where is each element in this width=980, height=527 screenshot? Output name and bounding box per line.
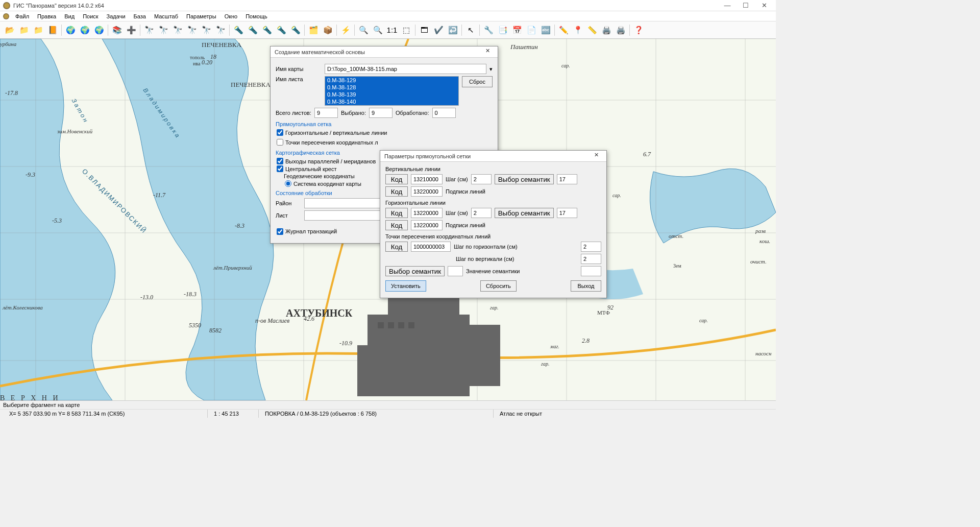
zoom-out-icon[interactable]: 🔍 [357,23,370,37]
input-isemval[interactable] [581,266,601,276]
input-mappath[interactable] [325,64,486,74]
lbl-stepH: Шаг по горизонтали (см) [454,244,578,250]
svg-text:-5.3: -5.3 [52,217,62,224]
cb-journal[interactable] [277,228,283,235]
menu-params[interactable]: Параметры [182,12,220,20]
input-processed[interactable] [432,108,456,118]
code-button-i[interactable]: Код [385,242,408,252]
ruler-icon[interactable]: 📏 [585,23,599,37]
reset2-button[interactable]: Сбросить [480,280,517,292]
cb-parallels[interactable] [277,158,283,164]
menu-tasks[interactable]: Задачи [103,12,130,20]
light5-icon[interactable]: 🔦 [289,23,302,37]
light1-icon[interactable]: 🔦 [232,23,245,37]
menu-scale[interactable]: Масштаб [150,12,182,20]
minimize-button[interactable]: ― [719,1,736,10]
input-vcode1[interactable] [411,174,443,184]
menu-window[interactable]: Окно [220,12,242,20]
binoc5-icon[interactable]: 🔭 [200,23,213,37]
check-icon[interactable]: ✔️ [432,23,445,37]
dialog1-close-icon[interactable]: ✕ [481,47,494,57]
binoc3-icon[interactable]: 🔭 [171,23,184,37]
input-isemnum[interactable] [448,266,463,276]
cb-intersect[interactable] [277,139,283,146]
text-icon[interactable]: 🔤 [539,23,552,37]
pin-icon[interactable]: 📍 [571,23,584,37]
lbl-step-h: Шаг (см) [446,210,468,216]
select-rect-icon[interactable]: ⬚ [400,23,413,37]
window-green-icon[interactable]: 🗔 [418,23,431,37]
layers2-icon[interactable]: 🗂️ [307,23,320,37]
zoom-in-icon[interactable]: 🔍 [371,23,384,37]
one-to-one-icon[interactable]: 1:1 [385,23,399,37]
code-button-h1[interactable]: Код [385,208,408,218]
pen-icon[interactable]: ✏️ [557,23,570,37]
menu-view[interactable]: Вид [60,12,79,20]
svg-rect-22 [408,322,414,328]
pointer-icon[interactable]: ↖ [464,23,477,37]
binoc2-icon[interactable]: 🔭 [157,23,170,37]
input-vsem[interactable] [557,174,577,184]
input-selected[interactable] [369,108,393,118]
binoc4-icon[interactable]: 🔭 [185,23,199,37]
menu-search[interactable]: Поиск [79,12,102,20]
radio-sys[interactable] [285,180,291,187]
help-icon[interactable]: ❓ [632,23,645,37]
tool1-icon[interactable]: 🔧 [482,23,495,37]
input-istepV[interactable] [581,254,601,264]
light3-icon[interactable]: 🔦 [260,23,274,37]
cb-cross[interactable] [277,165,283,172]
doc-icon[interactable]: 📄 [525,23,538,37]
input-icode[interactable] [411,242,451,252]
input-vcode2[interactable] [411,186,443,197]
print2-icon[interactable]: 🖨️ [614,23,627,37]
open-icon[interactable]: 📂 [3,23,16,37]
svg-text:МТФ: МТФ [597,309,610,316]
open3-icon[interactable]: 📁 [32,23,45,37]
binoc6-icon[interactable]: 🔭 [214,23,227,37]
globe-refresh-icon[interactable]: 🌍 [64,23,77,37]
globe-del-icon[interactable]: 🌍 [92,23,106,37]
reset-button[interactable]: Сброс [462,76,493,87]
sheets-list[interactable]: 0.M-38-129 0.M-38-128 0.M-38-139 0.M-38-… [325,76,459,106]
input-hsem[interactable] [557,208,577,218]
input-total[interactable] [314,108,338,118]
undo-icon[interactable]: ↩️ [446,23,459,37]
dropdown-icon[interactable]: ▾ [489,66,493,73]
input-hcode1[interactable] [411,208,443,218]
globe-add-icon[interactable]: 🌍 [78,23,91,37]
set-button[interactable]: Установить [385,280,426,292]
cb-hv[interactable] [277,129,283,136]
bolt-icon[interactable]: ⚡ [339,23,352,37]
close-button[interactable]: ✕ [755,1,773,10]
layer-add-icon[interactable]: ➕ [125,23,138,37]
exit-button[interactable]: Выход [571,280,601,292]
open2-icon[interactable]: 📁 [17,23,31,37]
calendar-icon[interactable]: 📅 [510,23,524,37]
maximize-button[interactable]: ☐ [737,1,754,10]
choose-sem-v-button[interactable]: Выбор семантик [495,174,554,184]
svg-text:гар.: гар. [490,305,498,310]
dialog2-close-icon[interactable]: ✕ [590,152,602,161]
dbm-icon[interactable]: 📙 [46,23,59,37]
menu-file[interactable]: Файл [11,12,33,20]
code-button-v1[interactable]: Код [385,174,408,184]
choose-sem-h-button[interactable]: Выбор семантик [495,208,554,218]
input-hcode2[interactable] [411,220,443,230]
input-hstep[interactable] [471,208,492,218]
code-button-h2[interactable]: Код [385,220,408,230]
menu-base[interactable]: База [130,12,150,20]
menu-edit[interactable]: Правка [33,12,60,20]
menu-help[interactable]: Помощь [241,12,272,20]
light4-icon[interactable]: 🔦 [275,23,288,37]
layers-icon[interactable]: 📚 [110,23,124,37]
input-vstep[interactable] [471,174,492,184]
binoc1-icon[interactable]: 🔭 [142,23,156,37]
input-istepH[interactable] [581,242,601,252]
code-button-v2[interactable]: Код [385,186,408,197]
print-icon[interactable]: 🖨️ [600,23,613,37]
light2-icon[interactable]: 🔦 [246,23,259,37]
choose-sem-i-button[interactable]: Выбор семантик [385,266,445,276]
cube-icon[interactable]: 📦 [321,23,334,37]
tool2-icon[interactable]: 📑 [496,23,509,37]
